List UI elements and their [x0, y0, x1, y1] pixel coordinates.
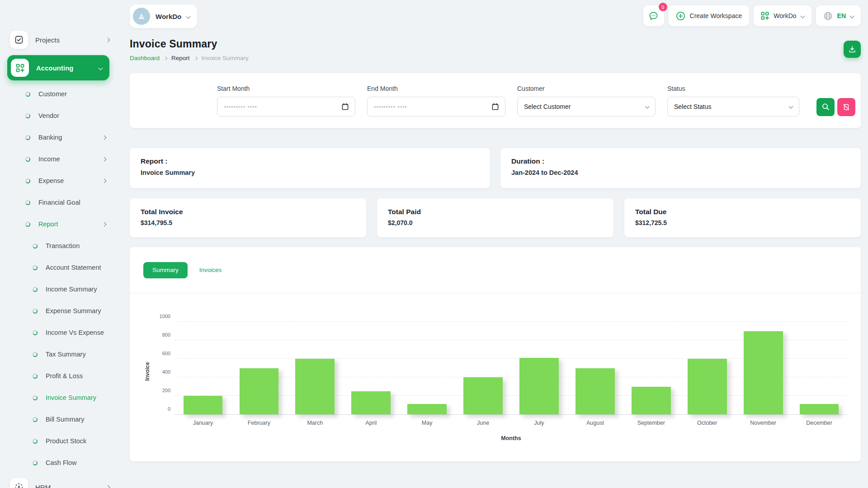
chart-tabs: Summary Invoices [130, 247, 861, 293]
sidebar-item-account-statement[interactable]: Account Statement [0, 257, 118, 278]
language-selector[interactable]: EN [816, 5, 861, 26]
sidebar-item-projects[interactable]: Projects [0, 30, 118, 50]
calendar-icon [342, 103, 349, 110]
top-header: WorkDo 0 Create Workspace WorkDo EN [130, 0, 861, 30]
duration-card: Duration : Jan-2024 to Dec-2024 [500, 148, 861, 188]
sidebar-item-label: Tax Summary [46, 351, 106, 358]
company-menu-label: WorkDo [774, 12, 796, 19]
bar-february[interactable] [240, 368, 279, 415]
y-axis-title: Invoice [144, 362, 151, 380]
breadcrumb: Dashboard Report Invoice Summary [130, 55, 249, 61]
total-due-value: $312,725.5 [635, 219, 850, 226]
clear-filter-icon [843, 103, 850, 111]
y-axis-tick: 0 [168, 406, 170, 412]
bar-chart: 02004006008001000 [175, 322, 847, 415]
sidebar-item-income-vs-expense[interactable]: Income Vs Expense [0, 322, 118, 343]
start-month-input[interactable]: --------- ---- [217, 97, 355, 117]
x-axis-label: May [399, 420, 455, 426]
x-axis-labels: JanuaryFebruaryMarchAprilMayJuneJulyAugu… [175, 420, 847, 426]
x-axis-label: January [175, 420, 231, 426]
bullet-icon [25, 200, 31, 206]
bar-october[interactable] [688, 359, 727, 414]
chevron-down-icon [850, 14, 854, 18]
sidebar-item-banking[interactable]: Banking [0, 127, 118, 148]
x-axis-label: October [679, 420, 735, 426]
start-month-field: Start Month --------- ---- [217, 85, 355, 117]
sidebar-item-expense-summary[interactable]: Expense Summary [0, 300, 118, 322]
bullet-icon [32, 352, 38, 357]
sidebar-item-label: Banking [38, 134, 103, 141]
sidebar-item-report[interactable]: Report [0, 213, 118, 235]
chevron-down-icon [789, 104, 793, 109]
calendar-icon [492, 103, 499, 110]
tab-summary[interactable]: Summary [143, 262, 188, 278]
bar-december[interactable] [800, 404, 839, 414]
sidebar-item-expense[interactable]: Expense [0, 170, 118, 192]
breadcrumb-report[interactable]: Report [171, 55, 190, 61]
customer-label: Customer [517, 85, 656, 92]
total-due-label: Total Due [635, 208, 850, 216]
workspace-name: WorkDo [156, 13, 181, 20]
bar-november[interactable] [744, 331, 783, 415]
total-invoice-label: Total Invoice [141, 208, 355, 216]
chevron-right-icon [106, 38, 110, 42]
sidebar-item-customer[interactable]: Customer [0, 83, 118, 105]
bar-march[interactable] [295, 359, 335, 414]
chevron-down-icon [186, 14, 191, 19]
customer-select[interactable]: Select Customer [517, 97, 656, 117]
sidebar-item-transaction[interactable]: Transaction [0, 235, 118, 257]
bullet-icon [25, 156, 31, 162]
sidebar-item-label: Report [38, 221, 103, 228]
y-axis-tick: 1000 [160, 314, 170, 319]
create-workspace-button[interactable]: Create Workspace [669, 5, 750, 26]
bullet-icon [32, 373, 38, 379]
y-axis-tick: 400 [162, 369, 170, 375]
sidebar-item-vendor[interactable]: Vendor [0, 105, 118, 127]
tab-invoices[interactable]: Invoices [199, 267, 222, 273]
total-paid-card: Total Paid $2,070.0 [377, 198, 613, 237]
workspace-switcher[interactable]: WorkDo [130, 5, 197, 28]
sidebar-item-label: Income [38, 155, 103, 163]
bar-april[interactable] [351, 391, 391, 414]
sidebar-item-cash-flow[interactable]: Cash Flow [0, 452, 118, 474]
breadcrumb-current: Invoice Summary [202, 55, 249, 61]
status-select[interactable]: Select Status [667, 97, 799, 117]
hrm-user-focus-icon [10, 478, 28, 488]
total-invoice-value: $314,795.5 [141, 219, 355, 226]
messages-button[interactable]: 0 [643, 5, 664, 26]
total-invoice-card: Total Invoice $314,795.5 [130, 198, 366, 237]
bar-august[interactable] [576, 368, 615, 415]
create-workspace-label: Create Workspace [690, 12, 742, 19]
sidebar-item-hrm[interactable]: HRM [0, 477, 118, 488]
bar-june[interactable] [463, 377, 503, 414]
bar-january[interactable] [184, 396, 223, 414]
sidebar-item-accounting[interactable]: Accounting [7, 55, 109, 80]
breadcrumb-dashboard[interactable]: Dashboard [130, 55, 160, 61]
chevron-right-icon [102, 135, 107, 140]
reset-filter-button[interactable] [837, 98, 855, 116]
apply-filter-button[interactable] [816, 98, 835, 116]
company-menu-button[interactable]: WorkDo [754, 5, 811, 26]
sidebar-item-label: Vendor [38, 112, 106, 119]
sidebar-item-financial-goal[interactable]: Financial Goal [0, 192, 118, 213]
sidebar-item-tax-summary[interactable]: Tax Summary [0, 343, 118, 365]
sidebar-item-income[interactable]: Income [0, 148, 118, 170]
bar-slot-february [231, 322, 287, 414]
report-card-title: Report : [141, 157, 479, 165]
bar-may[interactable] [407, 404, 447, 414]
sidebar-item-invoice-summary[interactable]: Invoice Summary [0, 387, 118, 408]
sidebar-item-product-stock[interactable]: Product Stock [0, 430, 118, 452]
bullet-icon [32, 286, 38, 292]
bar-july[interactable] [519, 358, 559, 414]
download-report-button[interactable] [844, 41, 861, 58]
bar-september[interactable] [632, 387, 671, 415]
y-axis-tick: 600 [162, 351, 170, 356]
end-month-input[interactable]: --------- ---- [367, 97, 505, 117]
globe-icon [823, 11, 833, 21]
sidebar-item-bill-summary[interactable]: Bill Summary [0, 408, 118, 430]
sidebar-item-profit-loss[interactable]: Profit & Loss [0, 365, 118, 387]
sidebar-item-income-summary[interactable]: Income Summary [0, 278, 118, 300]
total-paid-label: Total Paid [388, 208, 603, 216]
bar-slot-august [567, 322, 623, 414]
bullet-icon [25, 91, 31, 97]
